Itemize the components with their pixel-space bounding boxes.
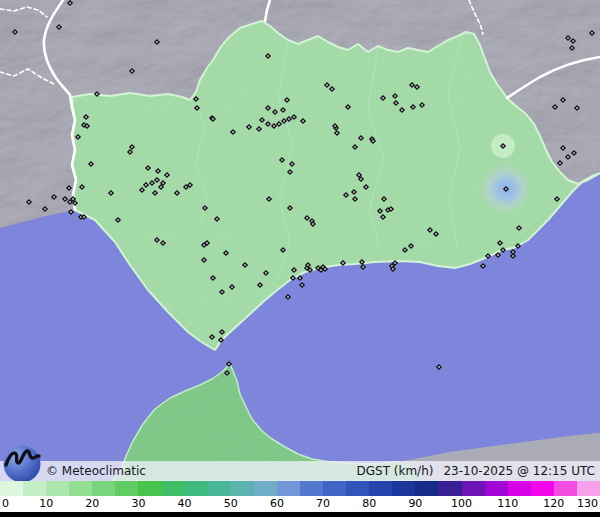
attribution-text: © Meteoclimatic bbox=[46, 464, 146, 478]
bottom-border bbox=[0, 512, 600, 517]
scale-tick-label: 50 bbox=[224, 497, 238, 511]
scale-color-cell bbox=[46, 481, 69, 496]
scale-color-cell bbox=[323, 481, 346, 496]
scale-color-cell bbox=[415, 481, 438, 496]
scale-tick-label: 30 bbox=[131, 497, 145, 511]
scale-color-cell bbox=[138, 481, 161, 496]
scale-color-cell bbox=[554, 481, 577, 496]
scale-color-cell bbox=[92, 481, 115, 496]
scale-tick-labels: 0102030405060708090100110120130 bbox=[0, 496, 600, 512]
scale-color-cell bbox=[369, 481, 392, 496]
scale-tick-label: 110 bbox=[497, 497, 518, 511]
scale-color-cell bbox=[300, 481, 323, 496]
scale-color-cell bbox=[577, 481, 600, 496]
scale-tick-label: 80 bbox=[362, 497, 376, 511]
scale-color-cell bbox=[23, 481, 46, 496]
wind-gust-color-scale bbox=[0, 481, 600, 496]
meteoclimatic-logo-icon bbox=[1, 442, 43, 484]
timestamp-label: 23-10-2025 @ 12:15 UTC bbox=[443, 464, 595, 478]
scale-tick-label: 10 bbox=[39, 497, 53, 511]
scale-color-cell bbox=[185, 481, 208, 496]
scale-color-cell bbox=[392, 481, 415, 496]
scale-tick-label: 90 bbox=[408, 497, 422, 511]
scale-color-cell bbox=[115, 481, 138, 496]
scale-tick-label: 120 bbox=[543, 497, 564, 511]
product-info: DGST (km/h) 23-10-2025 @ 12:15 UTC bbox=[356, 464, 595, 478]
scale-color-cell bbox=[0, 481, 23, 496]
scale-tick-label: 130 bbox=[577, 497, 598, 511]
attribution-bar: © Meteoclimatic DGST (km/h) 23-10-2025 @… bbox=[0, 461, 600, 481]
scale-color-cell bbox=[69, 481, 92, 496]
scale-color-cell bbox=[277, 481, 300, 496]
scale-tick-label: 0 bbox=[2, 497, 9, 511]
scale-color-cell bbox=[231, 481, 254, 496]
scale-tick-label: 20 bbox=[85, 497, 99, 511]
scale-color-cell bbox=[162, 481, 185, 496]
weather-map-app: © Meteoclimatic DGST (km/h) 23-10-2025 @… bbox=[0, 0, 600, 517]
scale-color-cell bbox=[346, 481, 369, 496]
scale-color-cell bbox=[508, 481, 531, 496]
scale-color-cell bbox=[208, 481, 231, 496]
map-canvas bbox=[0, 0, 600, 481]
scale-color-cell bbox=[438, 481, 461, 496]
scale-color-cell bbox=[531, 481, 554, 496]
scale-tick-label: 60 bbox=[270, 497, 284, 511]
scale-color-cell bbox=[462, 481, 485, 496]
scale-tick-label: 100 bbox=[451, 497, 472, 511]
scale-tick-label: 40 bbox=[178, 497, 192, 511]
scale-tick-label: 70 bbox=[316, 497, 330, 511]
scale-color-cell bbox=[485, 481, 508, 496]
scale-color-cell bbox=[254, 481, 277, 496]
product-label: DGST (km/h) bbox=[356, 464, 433, 478]
